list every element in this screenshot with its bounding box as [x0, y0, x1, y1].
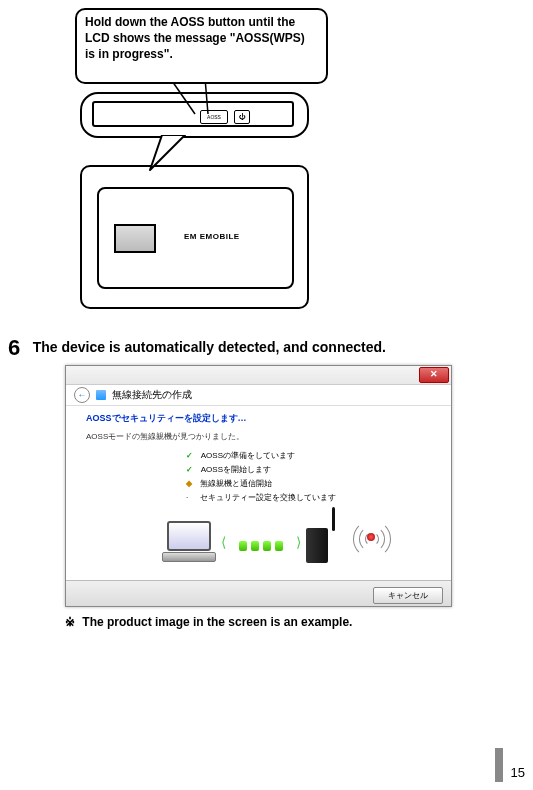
back-button[interactable]: ←	[74, 387, 90, 403]
wireless-icon	[96, 390, 106, 400]
svg-marker-2	[150, 135, 185, 170]
status-item: ✓ AOSSの準備をしています	[186, 450, 431, 461]
close-icon: ✕	[430, 369, 438, 379]
step-row: 6 The device is automatically detected, …	[8, 335, 498, 361]
status-text: AOSSを開始します	[201, 465, 271, 474]
connection-graphic: ⟨ ⟩ A O S S	[86, 509, 431, 579]
close-button[interactable]: ✕	[419, 367, 449, 383]
status-text: AOSSの準備をしています	[201, 451, 295, 460]
back-arrow-icon: ←	[78, 390, 87, 400]
laptop-icon	[161, 521, 216, 563]
aoss-wifi-icon: A O S S	[346, 523, 396, 559]
router-icon	[306, 513, 334, 563]
note-text: The product image in the screen is an ex…	[82, 615, 352, 629]
dialog-body: AOSSでセキュリティーを設定します… AOSSモードの無線親機が見つかりました…	[66, 405, 451, 597]
status-item: ◆ 無線親機と通信開始	[186, 478, 431, 489]
cancel-button[interactable]: キャンセル	[373, 587, 443, 604]
callout-box: Hold down the AOSS button until the LCD …	[75, 8, 328, 84]
bullet-icon: ·	[186, 493, 188, 502]
step-text: The device is automatically detected, an…	[33, 339, 386, 355]
dialog-footer: キャンセル	[66, 580, 451, 606]
diamond-icon: ◆	[186, 479, 192, 488]
check-icon: ✓	[186, 465, 193, 474]
step-number: 6	[8, 335, 20, 361]
note-line: ※ The product image in the screen is an …	[65, 615, 352, 629]
dialog-header: ← 無線接続先の作成	[66, 385, 451, 405]
device-logo: EM EMOBILE	[184, 232, 240, 241]
side-tab	[495, 748, 503, 782]
signal-dots: ⟨ ⟩	[226, 537, 296, 555]
dialog-title: AOSSでセキュリティーを設定します…	[86, 412, 431, 425]
dialog-subtitle: AOSSモードの無線親機が見つかりました。	[86, 431, 431, 442]
dialog-window: ✕ ← 無線接続先の作成 AOSSでセキュリティーを設定します… AOSSモード…	[65, 365, 452, 607]
device-lcd	[114, 224, 156, 253]
arrow-right-icon: ⟩	[296, 534, 301, 550]
page-number: 15	[511, 765, 525, 780]
arrow-left-icon: ⟨	[221, 534, 226, 550]
check-icon: ✓	[186, 451, 193, 460]
device-front-view: EM EMOBILE	[80, 165, 309, 309]
status-text: セキュリティー設定を交換しています	[200, 493, 336, 502]
callout-text: Hold down the AOSS button until the LCD …	[85, 15, 305, 61]
speech-tail	[140, 135, 200, 175]
status-item: · セキュリティー設定を交換しています	[186, 492, 431, 503]
status-text: 無線親機と通信開始	[200, 479, 272, 488]
note-mark: ※	[65, 615, 75, 629]
dialog-titlebar: ✕	[66, 366, 451, 385]
status-list: ✓ AOSSの準備をしています ✓ AOSSを開始します ◆ 無線親機と通信開始…	[186, 450, 431, 503]
status-item: ✓ AOSSを開始します	[186, 464, 431, 475]
dialog-header-text: 無線接続先の作成	[112, 388, 192, 402]
